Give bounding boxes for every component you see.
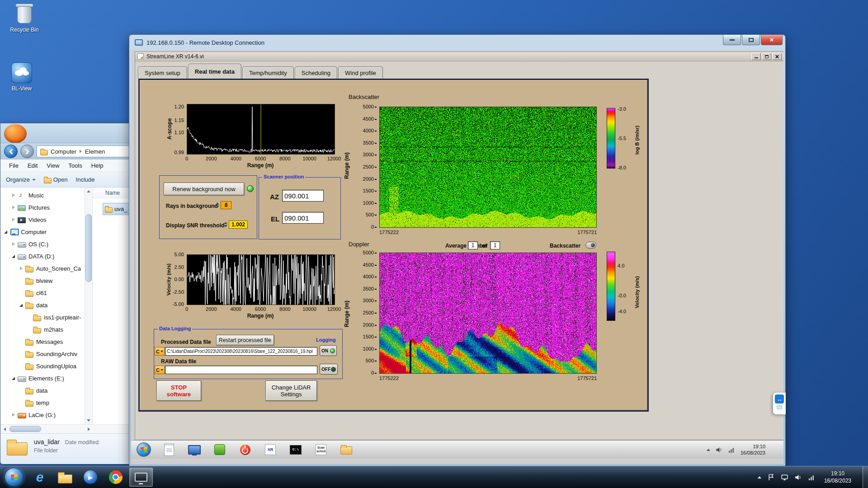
vertical-scrollbar[interactable] bbox=[85, 188, 93, 424]
processed-logging-toggle[interactable]: ON bbox=[320, 345, 337, 356]
expand-icon[interactable] bbox=[19, 266, 24, 272]
restart-processed-file-button[interactable]: Restart processed file bbox=[216, 335, 274, 345]
tab-system-setup[interactable]: System setup bbox=[138, 66, 187, 79]
el-value-field[interactable]: 090.001 bbox=[282, 212, 324, 224]
show-hidden-icons-icon[interactable] bbox=[758, 476, 761, 479]
desktop-icon-recycle-bin[interactable]: Recycle Bin bbox=[3, 4, 46, 33]
tree-item-music[interactable]: Music bbox=[0, 189, 85, 202]
scrollbar-thumb[interactable] bbox=[9, 426, 41, 432]
menu-help[interactable]: Help bbox=[87, 161, 108, 170]
desktop-icon-bl-view[interactable]: BL-View bbox=[0, 62, 43, 92]
stop-software-button[interactable]: STOP software bbox=[156, 380, 201, 401]
file-item-uva-lidar[interactable]: uva_ bbox=[103, 203, 132, 215]
scan-scheduler-icon[interactable]: Scan sched bbox=[314, 442, 328, 457]
backscatter-display-toggle[interactable] bbox=[585, 242, 596, 249]
tree-item-messages[interactable]: Messages bbox=[0, 336, 85, 348]
menu-view[interactable]: View bbox=[42, 161, 63, 170]
collapse-icon[interactable] bbox=[11, 253, 17, 259]
tree-item-computer[interactable]: Computer bbox=[0, 226, 85, 238]
tree-item-videos[interactable]: Videos bbox=[0, 214, 85, 226]
back-button[interactable] bbox=[4, 145, 18, 158]
rdp-titlebar[interactable]: 192.168.0.150 - Remote Desktop Connectio… bbox=[129, 35, 785, 50]
tree-item-data-d[interactable]: DATA (D:) bbox=[0, 250, 85, 263]
tree-item-data[interactable]: data bbox=[0, 385, 85, 397]
scroll-up-icon[interactable] bbox=[85, 188, 92, 195]
rays-value-field[interactable]: 8 bbox=[221, 201, 231, 209]
terminal-icon[interactable]: C:\ bbox=[288, 442, 303, 457]
close-button[interactable] bbox=[772, 53, 782, 60]
tree-item-data[interactable]: data bbox=[0, 299, 85, 311]
expand-icon[interactable] bbox=[11, 192, 17, 198]
expand-icon[interactable] bbox=[11, 241, 17, 247]
power-icon[interactable] bbox=[238, 442, 252, 457]
display-icon[interactable] bbox=[781, 474, 788, 481]
raw-drive-selector[interactable]: C bbox=[155, 366, 165, 374]
include-button[interactable]: Include bbox=[76, 176, 95, 183]
scroll-left-icon[interactable] bbox=[1, 425, 9, 433]
show-hidden-icons-icon[interactable] bbox=[707, 449, 710, 451]
tab-real-time-data[interactable]: Real time data bbox=[188, 64, 241, 79]
snr-value-field[interactable]: 1.002 bbox=[229, 221, 248, 229]
media-player-taskbar-button[interactable]: ▶ bbox=[79, 468, 102, 487]
labview-titlebar[interactable]: StreamLine XR v14-6.vi bbox=[135, 52, 783, 61]
snr-spinner[interactable] bbox=[223, 221, 228, 229]
average-number-field[interactable]: 1 bbox=[468, 241, 478, 249]
minimize-button[interactable] bbox=[723, 35, 741, 45]
raw-path-field[interactable] bbox=[165, 366, 317, 374]
raw-logging-toggle[interactable]: OFF bbox=[320, 364, 338, 375]
tree-item-temp[interactable]: temp bbox=[0, 397, 85, 409]
az-value-field[interactable]: 090.001 bbox=[282, 190, 324, 202]
processed-path-field[interactable]: C:\Lidar\Data\Proc\2023\202308\20230816\… bbox=[165, 347, 317, 356]
action-center-flag-icon[interactable] bbox=[767, 474, 775, 481]
tree-item-lacie-g[interactable]: LaCie (G:) bbox=[0, 409, 85, 421]
green-app-icon[interactable] bbox=[212, 442, 227, 457]
menu-file[interactable]: File bbox=[5, 161, 23, 170]
scroll-right-icon[interactable] bbox=[85, 425, 93, 433]
volume-icon[interactable] bbox=[715, 446, 723, 454]
notepad-icon[interactable] bbox=[162, 442, 176, 457]
open-button[interactable]: Open bbox=[44, 176, 68, 183]
change-lidar-settings-button[interactable]: Change LiDAR Settings bbox=[265, 380, 317, 401]
restore-button[interactable] bbox=[762, 53, 771, 60]
close-button[interactable]: × bbox=[761, 35, 783, 45]
tree-item-cl61[interactable]: cl61 bbox=[0, 287, 85, 299]
tree-item-elements-e[interactable]: Elements (E:) bbox=[0, 372, 85, 385]
network-icon[interactable] bbox=[728, 446, 736, 454]
show-desktop-button[interactable] bbox=[863, 466, 868, 488]
maximize-button[interactable] bbox=[742, 35, 760, 45]
display-settings-icon[interactable] bbox=[187, 442, 202, 457]
tab-scheduling[interactable]: Scheduling bbox=[295, 66, 337, 79]
scrollbar-thumb[interactable] bbox=[85, 214, 92, 282]
tree-item-pictures[interactable]: Pictures bbox=[0, 202, 85, 214]
xr-app-icon[interactable]: XR bbox=[263, 442, 278, 457]
expand-icon[interactable] bbox=[11, 217, 17, 223]
tree-item-m2hats[interactable]: m2hats bbox=[0, 324, 85, 336]
tab-temp-humidity[interactable]: Temp/humidity bbox=[242, 66, 294, 79]
tab-wind-profile[interactable]: Wind profile bbox=[338, 66, 383, 79]
renew-background-button[interactable]: Renew background now bbox=[164, 183, 244, 195]
organize-button[interactable]: Organize bbox=[6, 176, 36, 183]
tree-item-auto-screen-ca[interactable]: Auto_Screen_Ca bbox=[0, 263, 85, 275]
remote-start-button[interactable] bbox=[137, 442, 151, 457]
tree-item-soundingarchiv[interactable]: SoundingArchiv bbox=[0, 348, 85, 360]
teamviewer-panel-tab[interactable]: ↔ bbox=[773, 393, 786, 414]
tree-item-os-c[interactable]: OS (C:) bbox=[0, 238, 85, 250]
collapse-icon[interactable] bbox=[3, 229, 9, 235]
average-count-field[interactable]: 1 bbox=[490, 241, 500, 249]
minimize-button[interactable] bbox=[751, 53, 761, 60]
chrome-taskbar-button[interactable] bbox=[104, 468, 127, 487]
internet-explorer-taskbar-button[interactable]: e bbox=[28, 468, 52, 487]
collapse-icon[interactable] bbox=[19, 302, 24, 308]
collapse-icon[interactable] bbox=[11, 375, 17, 381]
tree-item-blview[interactable]: blview bbox=[0, 275, 85, 287]
tree-item-soundinguploa[interactable]: SoundingUploa bbox=[0, 360, 85, 372]
tree-item-iss1-purpleair[interactable]: iss1-purpleair- bbox=[0, 311, 85, 324]
rays-spinner[interactable] bbox=[215, 201, 220, 209]
breadcrumb-elements[interactable]: Elemen bbox=[85, 148, 105, 155]
expand-icon[interactable] bbox=[11, 205, 17, 211]
folder-ic-icon[interactable] bbox=[339, 442, 354, 457]
volume-icon[interactable] bbox=[794, 474, 802, 481]
taskbar-clock[interactable]: 19:10 16/08/2023 bbox=[824, 470, 851, 484]
forward-button[interactable] bbox=[20, 145, 34, 158]
remote-clock[interactable]: 19:10 16/08/2023 bbox=[741, 443, 765, 456]
